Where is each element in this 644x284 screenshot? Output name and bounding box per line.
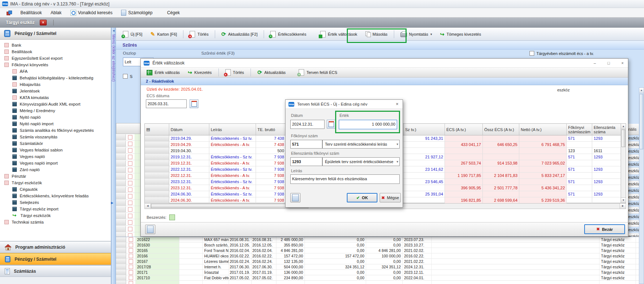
sidebar-tree-item[interactable]: Behajtási költségátalány - kötelezettség <box>0 75 111 81</box>
sidebar-tree-item[interactable]: Záró napló <box>0 166 111 173</box>
row-checkbox[interactable] <box>129 265 133 269</box>
close-dialog-button[interactable]: Bezár <box>584 224 625 234</box>
asset-table-row[interactable]: 201630 Bosch szárító, mos 2016.12.05. 20… <box>116 242 644 248</box>
menu-beallitasok[interactable]: Beállítások <box>16 9 46 16</box>
sidebar-tree-item[interactable]: ÁFA <box>0 68 111 75</box>
sidebar-tree-item[interactable]: Technikai számla <box>0 219 111 225</box>
row-checkbox[interactable] <box>129 243 133 247</box>
sidebar-tree-item[interactable]: Tárgyi eszköz import <box>0 206 111 212</box>
sidebar-tree-item[interactable]: Hibajavítás <box>0 81 111 88</box>
copy-button[interactable]: Másolás <box>362 29 391 39</box>
asset-table-row[interactable] <box>116 281 644 284</box>
scrollbar-thumb[interactable] <box>621 130 625 147</box>
delete-button[interactable]: Törlés <box>186 29 212 39</box>
col-ellenszamla-szama[interactable]: Ellenszámla száma <box>592 124 621 135</box>
menu-ablak[interactable]: Ablak <box>46 9 66 16</box>
col-ecs-a-tv[interactable]: ÉCS (A tv.) <box>445 124 483 135</box>
tab-targyi-eszkoz[interactable]: Tárgyi eszköz <box>6 20 35 25</box>
minimize-icon[interactable]: – <box>589 60 600 67</box>
sidebar-tree-item[interactable]: Nyitó napló <box>0 114 111 121</box>
new-button[interactable]: Új [F5] <box>120 29 146 39</box>
asset-table-row[interactable]: 20165 Ford Transit NMN6 2016.02.04. 2016… <box>116 248 644 253</box>
sidebar-tree-item[interactable]: Tárgyi eszközök <box>0 212 111 219</box>
scroll-up-icon[interactable]: ▲ <box>621 124 626 129</box>
scroll-up-icon[interactable]: ▲ <box>639 88 644 93</box>
scroll-left-icon[interactable]: ◄ <box>145 204 151 209</box>
col-te-brutto[interactable]: TE. bruttó <box>256 124 286 135</box>
sidebar-tree-item[interactable]: Számla analitika és főkönyvi egyeztetés <box>0 127 111 134</box>
depreciation-button[interactable]: Értékcsökkenés <box>267 29 310 39</box>
col-leiras[interactable]: Leírás <box>209 124 256 135</box>
menu-collapse-strip[interactable]: ◄ Menü (klikk az elrejtéshez) <box>111 28 116 284</box>
description-input[interactable]: Káresemény terven felüli écs elszámolása <box>290 174 400 184</box>
dialog-delete-button[interactable]: Törlés <box>222 68 247 76</box>
row-checkbox[interactable] <box>129 281 133 284</box>
sidebar-tree-item[interactable]: Egyszerűsített Excel export <box>0 55 111 62</box>
nav-program-adminisztracio[interactable]: Program adminisztráció <box>0 241 111 253</box>
ledger-name-select[interactable]: Terv szerinti értékcsökkenési leírás <box>322 140 400 149</box>
ecs-date-input[interactable]: 2026.03.31. <box>146 99 187 108</box>
sidebar-tree-item[interactable]: Selejtezés <box>0 199 111 206</box>
row-checkbox[interactable] <box>129 276 133 280</box>
sidebar-tree-item[interactable]: Vegyes napló import <box>0 160 111 166</box>
asset-table-row[interactable]: 201622 MAX 657 mángorló 2016.08.31. 2016… <box>116 237 644 242</box>
close-icon[interactable]: × <box>392 101 403 108</box>
karton-button[interactable]: Karton [F6] <box>147 29 180 39</box>
sidebar-tree-item[interactable]: Vegyes napló <box>0 153 111 160</box>
sidebar-tree-item[interactable]: Számla visszanyitás <box>0 134 111 140</box>
sidebar-tree-item[interactable]: Beállítások <box>0 48 111 55</box>
menu-cegek[interactable]: Cégek <box>163 9 184 16</box>
row-checkbox[interactable] <box>129 237 133 242</box>
calculator-button[interactable] <box>290 193 300 202</box>
row-checkbox[interactable] <box>129 254 133 258</box>
sidebar-tree-item[interactable]: Tárgyi eszközök <box>0 180 111 186</box>
col-ossz-ecs-a-tv[interactable]: Össz ÉCS (A tv.) <box>483 124 519 135</box>
date-input[interactable]: 2024.12.31. <box>290 120 325 129</box>
s-checkbox[interactable] <box>123 74 128 79</box>
asset-table-row[interactable]: 20166 HUAWEI okostelef 2016.02.22. 2016.… <box>116 253 644 259</box>
scrollbar-thumb[interactable] <box>640 94 643 149</box>
sidebar-tree-item[interactable]: Értékcsökkenés, könyvelésre feladás <box>0 193 111 199</box>
sidebar-tree-item[interactable]: Vegyes feladási sablon <box>0 147 111 153</box>
sidebar-tree-item[interactable]: Jelentések <box>0 88 111 94</box>
value-input[interactable]: 1 000 000,00 <box>339 120 397 129</box>
tax-checkbox-row[interactable]: Tárgyévben elszámolt écs - a tv. <box>529 51 594 56</box>
grid-corner-icon[interactable]: ▤ <box>145 124 169 135</box>
grid-vertical-scrollbar[interactable]: ▲ ▼ <box>621 124 626 203</box>
menu-vonalkod-kereses[interactable]: Vonalkód keresés <box>66 9 117 17</box>
dialog-refresh-button[interactable]: Aktualizálás <box>255 68 288 76</box>
sidebar-tree-item[interactable]: Cégautók <box>0 186 111 193</box>
main-grid-vertical-scrollbar[interactable]: ▲ <box>639 87 644 284</box>
row-checkbox[interactable] <box>129 259 133 264</box>
print-dropdown-icon[interactable]: ▾ <box>430 32 432 36</box>
dialog-title-bar[interactable]: ima Érték változások – □ × <box>141 59 628 68</box>
nav-penzugy-szamvitel[interactable]: Pénzügy / Számvitel <box>0 253 111 265</box>
sidebar-tree-item[interactable]: Pénztár <box>0 173 111 180</box>
print-button[interactable]: Nyomtatás▾ <box>397 29 435 39</box>
calculator-button[interactable] <box>145 225 155 234</box>
dialog-title-bar[interactable]: ima Terven felüli ÉCS - Új - Edina cég n… <box>286 100 403 109</box>
row-checkbox[interactable] <box>129 270 133 275</box>
sidebar-tree-item[interactable]: Számlatükör <box>0 140 111 147</box>
sidebar-tree-item[interactable]: Bank <box>0 42 111 48</box>
nav-szamlazas[interactable]: Számlázás <box>0 265 111 277</box>
row-checkbox[interactable] <box>129 248 133 253</box>
bulk-retire-button[interactable]: Tömeges kivezetés <box>437 29 485 39</box>
mdi-window-icon[interactable] <box>2 9 16 16</box>
asset-table-row[interactable]: 20171 Íróasztal 2017.01.19. 2017.01.19. … <box>116 270 644 275</box>
value-changes-button[interactable]: Érték változások <box>317 29 361 39</box>
scroll-down-icon[interactable]: ▼ <box>621 197 626 203</box>
ledger-code-input[interactable]: 571 <box>290 140 322 149</box>
tax-checkbox[interactable] <box>529 51 534 56</box>
contra-name-select[interactable]: Épületek terv szerinti értékcsökkenése <box>322 157 400 166</box>
refresh-button[interactable]: Aktualizálás [F2] <box>218 29 261 39</box>
tab-close-icon[interactable]: x <box>40 20 47 25</box>
s-checkbox-row[interactable]: S <box>123 74 132 79</box>
col-sz-tv[interactable]: Sz tv.) <box>404 124 445 135</box>
retire-button[interactable]: Kivezetés <box>185 68 214 76</box>
contra-code-input[interactable]: 1293 <box>290 157 322 166</box>
maximize-icon[interactable]: □ <box>603 60 614 67</box>
calendar-button[interactable] <box>327 120 335 129</box>
sidebar-tree-item[interactable]: Könyvvizsgálói Audit XML export <box>0 101 111 107</box>
close-icon[interactable]: × <box>617 60 628 67</box>
